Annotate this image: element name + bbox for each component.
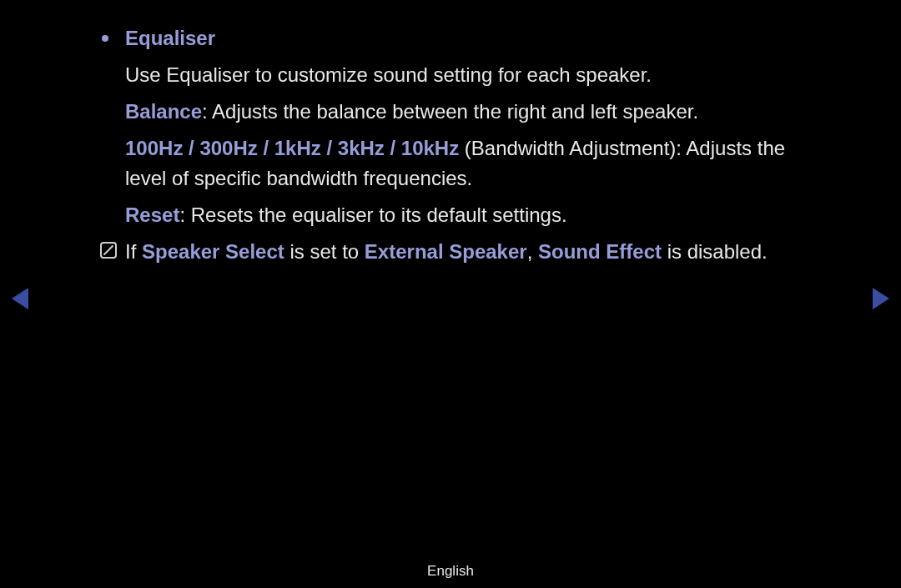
item-paren: (Bandwidth Adjustment) [459, 137, 676, 159]
note-t2: is set to [284, 240, 365, 263]
note-k3: Sound Effect [538, 240, 662, 263]
note-t1: If [125, 240, 142, 263]
intro-text: Use Equaliser to customize sound setting… [125, 60, 801, 90]
previous-page-arrow[interactable] [12, 288, 28, 309]
note-k1: Speaker Select [142, 240, 284, 263]
next-page-arrow[interactable] [873, 288, 889, 309]
note-text: If Speaker Select is set to External Spe… [125, 237, 768, 267]
item-key: Reset [125, 204, 179, 226]
section-title: Equaliser [125, 23, 215, 53]
note-t4: is disabled. [662, 240, 768, 263]
note-t3: , [527, 240, 538, 263]
item-text: : Resets the equaliser to its default se… [179, 204, 566, 226]
item-key: Balance [125, 100, 202, 123]
footer-language: English [0, 563, 901, 580]
note-k2: External Speaker [365, 240, 527, 263]
svg-line-0 [104, 246, 113, 254]
note-icon [100, 242, 117, 259]
item-balance: Balance: Adjusts the balance between the… [125, 97, 801, 127]
item-reset: Reset: Resets the equaliser to its defau… [125, 200, 801, 230]
item-text: : Adjusts the balance between the right … [202, 100, 698, 123]
bullet-icon [102, 35, 108, 42]
item-frequencies: 100Hz / 300Hz / 1kHz / 3kHz / 10kHz (Ban… [125, 133, 801, 193]
item-key: 100Hz / 300Hz / 1kHz / 3kHz / 10kHz [125, 137, 459, 159]
page-content: Equaliser Use Equaliser to customize sou… [125, 23, 801, 267]
